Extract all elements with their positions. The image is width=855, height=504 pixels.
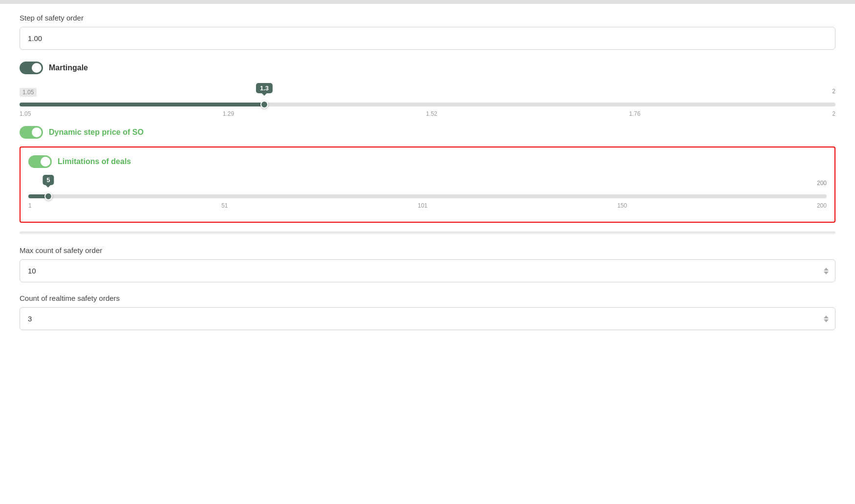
limitations-of-deals-box: Limitations of deals 5 200 1 51 101 150 bbox=[20, 147, 835, 223]
limitations-toggle-knob bbox=[41, 157, 50, 167]
martingale-slider-section: 1.05 1.3 2 1.05 1.29 1.52 1.76 2 bbox=[20, 83, 835, 117]
martingale-slider-tooltip-area: 1.05 1.3 2 bbox=[20, 83, 835, 101]
step-of-safety-order-wrapper bbox=[20, 27, 835, 50]
step-of-safety-order-label: Step of safety order bbox=[20, 14, 835, 22]
count-realtime-spinner-up[interactable] bbox=[824, 315, 829, 318]
dynamic-step-toggle[interactable] bbox=[20, 126, 43, 139]
martingale-toggle[interactable] bbox=[20, 62, 43, 74]
section-divider bbox=[20, 231, 835, 234]
count-realtime-safety-orders-wrapper bbox=[20, 307, 835, 330]
count-realtime-spinner-down[interactable] bbox=[824, 319, 829, 322]
count-realtime-spinner[interactable] bbox=[824, 315, 829, 322]
content-area: Step of safety order Martingale 1.05 1.3… bbox=[0, 4, 855, 350]
martingale-label: Martingale bbox=[49, 63, 88, 72]
martingale-toggle-row: Martingale bbox=[20, 62, 835, 74]
limitations-tick-0: 1 bbox=[28, 202, 32, 209]
limitations-track-bg bbox=[28, 194, 827, 198]
count-realtime-safety-orders-label: Count of realtime safety orders bbox=[20, 294, 835, 302]
dynamic-step-label: Dynamic step price of SO bbox=[49, 128, 144, 137]
count-realtime-safety-orders-input[interactable] bbox=[20, 307, 835, 330]
limitations-tick-2: 101 bbox=[418, 202, 428, 209]
limitations-tick-1: 51 bbox=[221, 202, 228, 209]
limitations-toggle-row: Limitations of deals bbox=[28, 155, 827, 168]
limitations-slider-track[interactable] bbox=[28, 194, 827, 198]
max-count-safety-order-input[interactable] bbox=[20, 259, 835, 282]
limitations-slider-max-tooltip: 200 bbox=[817, 180, 827, 187]
limitations-thumb[interactable] bbox=[44, 192, 52, 200]
dynamic-step-toggle-row: Dynamic step price of SO bbox=[20, 126, 835, 139]
max-count-safety-order-label: Max count of safety order bbox=[20, 246, 835, 254]
limitations-ticks: 1 51 101 150 200 bbox=[28, 202, 827, 209]
limitations-label: Limitations of deals bbox=[58, 157, 131, 166]
step-of-safety-order-input[interactable] bbox=[20, 27, 835, 50]
limitations-tick-3: 150 bbox=[617, 202, 627, 209]
max-count-spinner-up[interactable] bbox=[824, 268, 829, 271]
dynamic-step-toggle-knob bbox=[32, 127, 42, 137]
martingale-tick-1: 1.29 bbox=[223, 110, 234, 117]
page-container: Step of safety order Martingale 1.05 1.3… bbox=[0, 0, 855, 504]
limitations-toggle[interactable] bbox=[28, 155, 52, 168]
martingale-tick-4: 2 bbox=[832, 110, 835, 117]
max-count-spinner[interactable] bbox=[824, 268, 829, 274]
max-count-safety-order-wrapper bbox=[20, 259, 835, 282]
martingale-tick-3: 1.76 bbox=[629, 110, 640, 117]
martingale-tick-2: 1.52 bbox=[426, 110, 437, 117]
limitations-tick-4: 200 bbox=[817, 202, 827, 209]
martingale-ticks: 1.05 1.29 1.52 1.76 2 bbox=[20, 110, 835, 117]
martingale-tick-0: 1.05 bbox=[20, 110, 31, 117]
martingale-slider-tooltip: 1.3 bbox=[256, 83, 273, 93]
limitations-slider-tooltip: 5 bbox=[43, 175, 54, 185]
martingale-slider-min-tooltip: 1.05 bbox=[20, 88, 37, 97]
martingale-toggle-knob bbox=[32, 63, 42, 73]
martingale-track-fill bbox=[20, 103, 264, 106]
limitations-slider-section: 5 200 1 51 101 150 200 bbox=[28, 175, 827, 209]
max-count-spinner-down[interactable] bbox=[824, 272, 829, 274]
martingale-slider-max-tooltip: 2 bbox=[832, 88, 835, 95]
martingale-slider-track[interactable] bbox=[20, 103, 835, 106]
top-bar bbox=[0, 0, 855, 4]
limitations-slider-tooltip-area: 5 200 bbox=[28, 175, 827, 192]
martingale-thumb[interactable] bbox=[260, 101, 268, 108]
